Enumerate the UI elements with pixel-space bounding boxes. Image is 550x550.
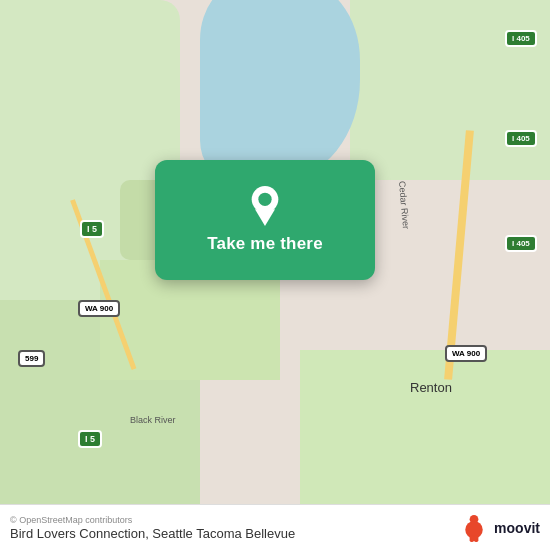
green-area-top-right: [350, 0, 550, 180]
moovit-icon: [458, 514, 490, 542]
location-info: © OpenStreetMap contributors Bird Lovers…: [10, 515, 295, 541]
moovit-logo: moovit: [458, 514, 540, 542]
svg-marker-2: [255, 209, 275, 226]
i405-badge-bot: I 405: [505, 235, 537, 252]
svg-rect-6: [474, 535, 478, 542]
take-me-there-label: Take me there: [207, 234, 323, 254]
copyright-text: © OpenStreetMap contributors: [10, 515, 295, 525]
location-pin-icon: [245, 186, 285, 226]
i405-badge-mid: I 405: [505, 130, 537, 147]
take-me-there-card[interactable]: Take me there: [155, 160, 375, 280]
moovit-brand-text: moovit: [494, 520, 540, 536]
svg-point-1: [258, 193, 271, 206]
cedar-river-label: Cedar River: [397, 181, 411, 230]
wa900-badge-right: WA 900: [445, 345, 487, 362]
renton-label: Renton: [410, 380, 452, 395]
bottom-info-bar: © OpenStreetMap contributors Bird Lovers…: [0, 504, 550, 550]
i5-badge-bot: I 5: [78, 430, 102, 448]
wa900-badge-left: WA 900: [78, 300, 120, 317]
black-river-label: Black River: [130, 415, 176, 425]
location-title: Bird Lovers Connection, Seattle Tacoma B…: [10, 526, 295, 541]
svg-rect-5: [470, 535, 474, 542]
svg-point-4: [465, 521, 483, 539]
i5-badge-top: I 5: [80, 220, 104, 238]
lake-water: [200, 0, 360, 180]
r599-badge: 599: [18, 350, 45, 367]
i405-badge-top: I 405: [505, 30, 537, 47]
map-container: I 5 I 405 I 405 I 405 WA 900 WA 900 599 …: [0, 0, 550, 550]
